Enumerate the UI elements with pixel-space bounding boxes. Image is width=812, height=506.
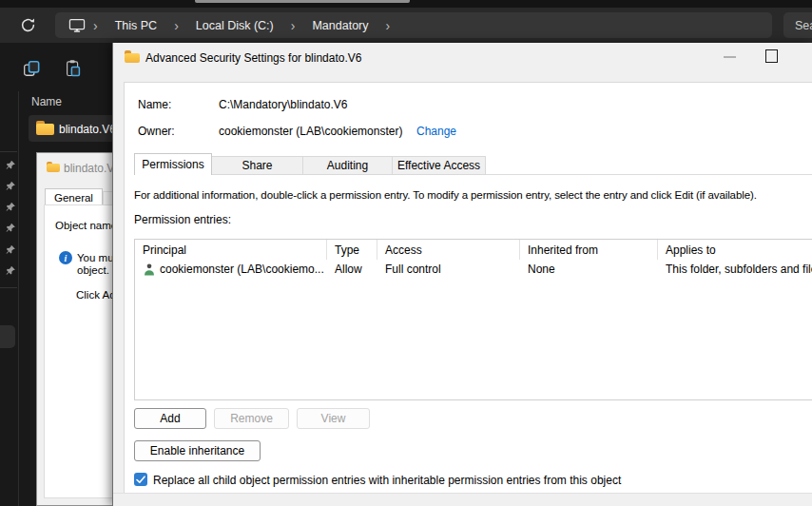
cell-applies-to: This folder, subfolders and files (658, 263, 812, 276)
maximize-button[interactable] (765, 49, 778, 63)
owner-label: Owner: (138, 125, 175, 138)
user-icon (143, 263, 156, 276)
refresh-icon[interactable] (19, 16, 37, 34)
tab-permissions[interactable]: Permissions (134, 153, 212, 175)
column-header-type[interactable]: Type (327, 240, 377, 260)
pin-icon (6, 223, 16, 233)
info-text-line3: Click Ad (76, 289, 116, 301)
dialog-footer (113, 493, 812, 506)
properties-dialog-title: blindato.V (64, 162, 114, 175)
owner-value: cookiemonster (LAB\cookiemonster) (219, 125, 402, 138)
breadcrumb-this-pc[interactable]: This PC (106, 19, 166, 32)
search-box[interactable]: Sea (783, 12, 812, 38)
tab-general[interactable]: General (45, 188, 103, 205)
paste-icon[interactable] (65, 59, 82, 78)
tab-auditing[interactable]: Auditing (303, 156, 393, 175)
object-name-label: Object name (55, 220, 117, 231)
column-header-inherited-from[interactable]: Inherited from (520, 240, 658, 260)
add-button[interactable]: Add (134, 408, 206, 429)
table-row[interactable]: cookiemonster (LAB\cookiemo... Allow Ful… (135, 260, 812, 279)
dialog-content-panel: Name: C:\Mandatory\blindato.V6 Owner: co… (124, 82, 812, 494)
info-text-line2: object. (77, 264, 109, 276)
name-label: Name: (138, 98, 171, 111)
pin-icon (6, 202, 16, 212)
screen: › This PC › Local Disk (C:) › Mandatory … (0, 0, 812, 506)
view-button[interactable]: View (297, 408, 370, 429)
chevron-right-icon[interactable]: › (166, 19, 186, 32)
nav-selected-item[interactable] (0, 325, 15, 348)
cell-type: Allow (327, 263, 377, 276)
file-name-label[interactable]: blindato.V6 (59, 123, 116, 136)
nav-section-divider (0, 151, 17, 152)
cell-access: Full control (377, 263, 520, 276)
check-icon (136, 476, 145, 484)
replace-child-permissions-checkbox[interactable] (134, 473, 147, 486)
nav-pane-divider (18, 91, 19, 506)
info-icon: i (59, 251, 72, 264)
pin-icon (6, 181, 16, 191)
replace-child-permissions-label[interactable]: Replace all child object permission entr… (153, 474, 621, 487)
cell-inherited-from: None (520, 263, 658, 276)
permission-entries-label: Permission entries: (134, 213, 231, 226)
chevron-right-icon[interactable]: › (378, 19, 398, 32)
folder-icon (36, 121, 54, 135)
tab-effective-access[interactable]: Effective Access (393, 156, 486, 175)
column-header-access[interactable]: Access (377, 240, 520, 260)
permission-entries-table[interactable]: Principal Type Access Inherited from App… (134, 239, 812, 400)
breadcrumb-local-disk-c[interactable]: Local Disk (C:) (186, 19, 283, 32)
nav-section-divider (0, 287, 17, 288)
table-header-row: Principal Type Access Inherited from App… (135, 240, 812, 260)
name-column-header[interactable]: Name (31, 95, 62, 108)
dialog-title: Advanced Security Settings for blindato.… (145, 51, 361, 65)
security-tabs: Permissions Share Auditing Effective Acc… (134, 153, 812, 175)
chevron-right-icon[interactable]: › (283, 19, 303, 32)
minimize-button[interactable] (724, 56, 736, 58)
search-box-text: Sea (795, 19, 812, 32)
enable-inheritance-button[interactable]: Enable inheritance (134, 440, 261, 461)
pin-icon (6, 160, 16, 170)
advanced-security-dialog: Advanced Security Settings for blindato.… (112, 43, 812, 506)
name-value: C:\Mandatory\blindato.V6 (219, 98, 347, 111)
cell-principal: cookiemonster (LAB\cookiemo... (160, 263, 324, 276)
tab-share[interactable]: Share (212, 156, 303, 175)
pin-icon (6, 265, 16, 276)
chevron-right-icon: › (86, 19, 106, 32)
address-bar[interactable]: › This PC › Local Disk (C:) › Mandatory … (55, 12, 772, 38)
folder-icon (125, 50, 140, 63)
column-header-applies-to[interactable]: Applies to (658, 240, 812, 260)
explorer-tab-edge (195, 0, 410, 3)
remove-button[interactable]: Remove (214, 408, 289, 429)
permissions-description: For additional information, double-click… (134, 189, 757, 201)
copy-icon[interactable] (23, 60, 41, 78)
column-header-principal[interactable]: Principal (135, 240, 327, 260)
change-owner-link[interactable]: Change (416, 125, 456, 138)
folder-icon (47, 162, 60, 172)
this-pc-icon (68, 18, 86, 33)
breadcrumb-mandatory[interactable]: Mandatory (302, 19, 377, 32)
pin-icon (6, 244, 16, 255)
